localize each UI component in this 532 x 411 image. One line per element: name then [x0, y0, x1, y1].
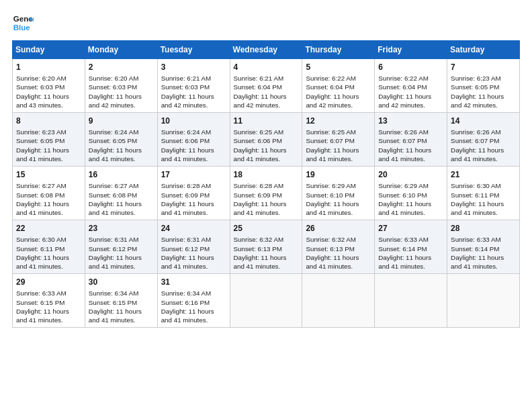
day-detail-line: Sunset: 6:07 PM — [306, 137, 354, 144]
day-info: Sunrise: 6:21 AMSunset: 6:04 PMDaylight:… — [234, 74, 299, 109]
day-detail-line: and 41 minutes. — [89, 263, 136, 270]
day-detail-line: Sunset: 6:09 PM — [161, 191, 210, 199]
day-detail-line: Sunset: 6:07 PM — [451, 137, 499, 144]
day-detail-line: Sunrise: 6:34 AM — [89, 289, 139, 297]
day-detail-line: Daylight: 11 hours — [306, 200, 359, 208]
day-detail-line: Daylight: 11 hours — [306, 146, 359, 154]
day-detail-line: and 41 minutes. — [16, 155, 63, 163]
calendar-col-saturday: Saturday — [447, 41, 520, 59]
calendar-cell: 29Sunrise: 6:33 AMSunset: 6:15 PMDayligh… — [13, 274, 85, 328]
day-detail-line: and 41 minutes. — [161, 209, 208, 216]
calendar-col-monday: Monday — [85, 41, 157, 59]
day-detail-line: and 41 minutes. — [16, 316, 63, 324]
day-info: Sunrise: 6:34 AMSunset: 6:16 PMDaylight:… — [161, 289, 226, 324]
day-info: Sunrise: 6:28 AMSunset: 6:09 PMDaylight:… — [161, 181, 226, 217]
calendar-cell: 24Sunrise: 6:31 AMSunset: 6:12 PMDayligh… — [157, 220, 230, 274]
day-detail-line: Sunrise: 6:29 AM — [378, 182, 429, 189]
day-number: 9 — [89, 116, 154, 126]
day-detail-line: Sunset: 6:03 PM — [161, 83, 210, 91]
day-detail-line: and 42 minutes. — [451, 101, 498, 109]
day-detail-line: and 41 minutes. — [89, 155, 136, 163]
day-detail-line: Daylight: 11 hours — [451, 254, 504, 261]
day-detail-line: and 42 minutes. — [306, 101, 353, 109]
day-number: 7 — [451, 62, 516, 73]
day-detail-line: Sunset: 6:06 PM — [234, 137, 282, 144]
day-detail-line: Sunrise: 6:24 AM — [161, 128, 212, 136]
day-info: Sunrise: 6:34 AMSunset: 6:15 PMDaylight:… — [89, 289, 154, 324]
day-detail-line: Sunset: 6:04 PM — [234, 83, 282, 91]
day-detail-line: Daylight: 11 hours — [161, 308, 214, 315]
day-detail-line: Sunset: 6:03 PM — [16, 83, 64, 91]
day-number: 19 — [306, 169, 371, 180]
day-detail-line: Sunset: 6:12 PM — [89, 245, 137, 253]
day-detail-line: Sunrise: 6:32 AM — [306, 236, 356, 243]
day-number: 27 — [378, 223, 443, 234]
day-detail-line: Daylight: 11 hours — [378, 93, 431, 100]
day-detail-line: and 41 minutes. — [89, 316, 136, 324]
day-info: Sunrise: 6:25 AMSunset: 6:07 PMDaylight:… — [306, 128, 371, 163]
day-detail-line: Sunrise: 6:22 AM — [306, 75, 356, 82]
calendar-cell: 30Sunrise: 6:34 AMSunset: 6:15 PMDayligh… — [85, 274, 157, 328]
day-number: 2 — [89, 62, 154, 73]
calendar-cell: 20Sunrise: 6:29 AMSunset: 6:10 PMDayligh… — [375, 167, 447, 220]
day-detail-line: and 42 minutes. — [234, 101, 281, 109]
day-info: Sunrise: 6:33 AMSunset: 6:14 PMDaylight:… — [451, 235, 516, 271]
day-number: 21 — [451, 169, 516, 180]
day-detail-line: and 41 minutes. — [378, 263, 425, 270]
day-detail-line: Daylight: 11 hours — [306, 254, 359, 261]
day-info: Sunrise: 6:29 AMSunset: 6:10 PMDaylight:… — [378, 181, 443, 217]
day-detail-line: Sunrise: 6:28 AM — [234, 182, 284, 189]
day-detail-line: Sunset: 6:10 PM — [306, 191, 354, 199]
day-detail-line: and 41 minutes. — [451, 155, 498, 163]
calendar-cell: 14Sunrise: 6:26 AMSunset: 6:07 PMDayligh… — [447, 113, 520, 167]
day-detail-line: Sunset: 6:10 PM — [378, 191, 427, 199]
day-info: Sunrise: 6:26 AMSunset: 6:07 PMDaylight:… — [378, 128, 443, 163]
day-detail-line: Sunset: 6:07 PM — [378, 137, 427, 144]
day-detail-line: Sunrise: 6:31 AM — [89, 236, 139, 243]
day-detail-line: Sunrise: 6:33 AM — [378, 236, 429, 243]
calendar-cell: 8Sunrise: 6:23 AMSunset: 6:05 PMDaylight… — [13, 113, 85, 167]
day-number: 30 — [89, 277, 154, 287]
day-detail-line: Sunrise: 6:34 AM — [161, 289, 212, 297]
day-detail-line: Daylight: 11 hours — [89, 254, 142, 261]
calendar-col-tuesday: Tuesday — [157, 41, 230, 59]
day-detail-line: Daylight: 11 hours — [451, 146, 504, 154]
day-detail-line: Sunset: 6:14 PM — [451, 245, 499, 253]
day-detail-line: Sunrise: 6:33 AM — [16, 289, 66, 297]
day-detail-line: Daylight: 11 hours — [234, 254, 287, 261]
day-detail-line: and 42 minutes. — [378, 101, 425, 109]
calendar-col-thursday: Thursday — [302, 41, 375, 59]
day-detail-line: Sunset: 6:08 PM — [16, 191, 64, 199]
day-detail-line: Sunset: 6:09 PM — [234, 191, 282, 199]
day-detail-line: Sunset: 6:04 PM — [306, 83, 354, 91]
day-detail-line: Sunrise: 6:28 AM — [161, 182, 212, 189]
day-detail-line: Daylight: 11 hours — [16, 93, 69, 100]
day-number: 4 — [234, 62, 299, 73]
calendar-cell: 25Sunrise: 6:32 AMSunset: 6:13 PMDayligh… — [230, 220, 302, 274]
calendar-cell: 18Sunrise: 6:28 AMSunset: 6:09 PMDayligh… — [230, 167, 302, 220]
day-detail-line: Sunrise: 6:23 AM — [451, 75, 501, 82]
calendar-cell: 10Sunrise: 6:24 AMSunset: 6:06 PMDayligh… — [157, 113, 230, 167]
day-detail-line: Sunset: 6:11 PM — [451, 191, 499, 199]
day-info: Sunrise: 6:30 AMSunset: 6:11 PMDaylight:… — [451, 181, 516, 217]
day-number: 11 — [234, 116, 299, 126]
day-detail-line: and 42 minutes. — [161, 101, 208, 109]
day-detail-line: Sunrise: 6:25 AM — [306, 128, 356, 136]
calendar-cell — [447, 274, 520, 328]
day-detail-line: Sunset: 6:16 PM — [161, 299, 210, 306]
day-number: 16 — [89, 169, 154, 180]
day-detail-line: and 41 minutes. — [378, 209, 425, 216]
day-number: 5 — [306, 62, 371, 73]
day-detail-line: Sunset: 6:04 PM — [378, 83, 427, 91]
day-number: 1 — [16, 62, 81, 73]
calendar-cell: 5Sunrise: 6:22 AMSunset: 6:04 PMDaylight… — [302, 59, 375, 113]
day-detail-line: and 41 minutes. — [451, 263, 498, 270]
day-detail-line: Sunrise: 6:21 AM — [161, 75, 212, 82]
day-detail-line: Sunrise: 6:33 AM — [451, 236, 501, 243]
day-detail-line: Daylight: 11 hours — [161, 254, 214, 261]
day-info: Sunrise: 6:20 AMSunset: 6:03 PMDaylight:… — [89, 74, 154, 109]
day-detail-line: Sunset: 6:12 PM — [161, 245, 210, 253]
day-detail-line: Sunrise: 6:22 AM — [378, 75, 429, 82]
calendar-week-5: 29Sunrise: 6:33 AMSunset: 6:15 PMDayligh… — [13, 274, 520, 328]
day-number: 15 — [16, 169, 81, 180]
